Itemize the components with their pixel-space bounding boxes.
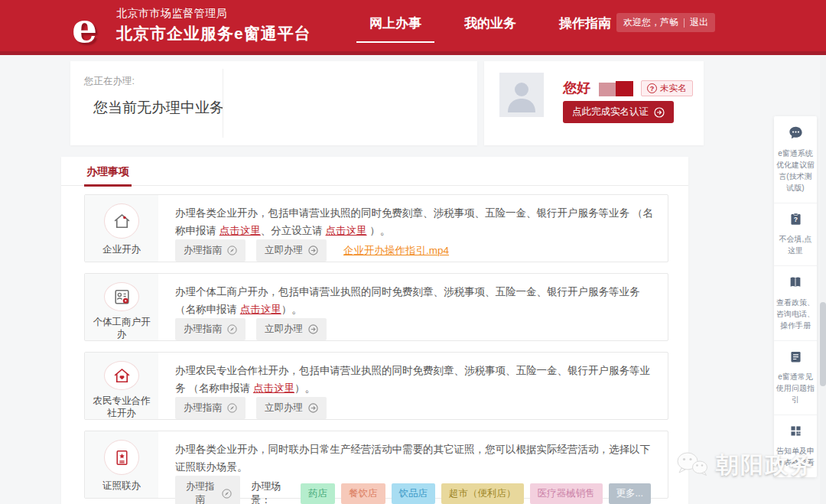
- compass-circle-icon: [227, 324, 237, 334]
- tab-service-items[interactable]: 办理事项: [84, 157, 132, 187]
- scene-label: 办理场景：: [251, 480, 296, 504]
- sidebar-item[interactable]: 查看政策、咨询电话、操作手册: [774, 266, 817, 341]
- redacted-name-block: [616, 81, 633, 96]
- idcard-gear-icon: [104, 282, 139, 311]
- service-actions: 办理指南立即办理: [175, 397, 657, 419]
- guide-button[interactable]: 办理指南: [175, 397, 246, 419]
- service-icon-panel: 企业开办: [85, 195, 158, 262]
- page-scrollbar-track[interactable]: [820, 55, 826, 504]
- org-name: 北京市市场监督管理局: [116, 7, 311, 21]
- service-description: 办理农民专业合作社开办，包括申请营业执照的同时免费刻章、涉税事项、五险一金、银行…: [175, 362, 657, 397]
- service-actions: 办理指南立即办理企业开办操作指引.mp4: [175, 239, 657, 262]
- welcome-badge: 欢迎您，芦畅 退出: [616, 13, 715, 32]
- guide-button[interactable]: 办理指南: [175, 318, 246, 340]
- sidebar-item-label: 查看政策、咨询电话、操作手册: [776, 297, 815, 331]
- progress-card: 您正在办理: 您当前无办理中业务: [70, 61, 477, 145]
- sidebar-item[interactable]: ?不会填,点这里: [774, 203, 817, 266]
- service-actions: 办理指南办理场景：药店餐饮店饮品店超市（便利店）医疗器械销售更多...: [175, 476, 657, 504]
- description-text: 办理农民专业合作社开办，包括申请营业执照的同时免费刻章、涉税事项、五险一金、银行…: [175, 365, 650, 394]
- button-label: 办理指南: [184, 480, 216, 504]
- service-title: 个体工商户开办: [85, 316, 158, 340]
- welcome-text: 欢迎您，芦畅: [623, 16, 678, 29]
- verify-identity-button[interactable]: 点此完成实名认证: [563, 101, 674, 123]
- scene-tag[interactable]: 药店: [301, 483, 335, 504]
- service-icon-panel: 个体工商户开办: [85, 274, 158, 340]
- scene-tag[interactable]: 餐饮店: [341, 483, 385, 504]
- chat-bubble-icon: [788, 130, 804, 143]
- service-row: 农民专业合作社开办办理农民专业合作社开办，包括申请营业执照的同时免费刻章、涉税事…: [84, 352, 668, 420]
- apply-now-button[interactable]: 立即办理: [256, 318, 327, 340]
- arrow-circle-icon: [308, 324, 318, 334]
- tabbar: 办理事项: [61, 157, 688, 186]
- scene-tag[interactable]: 饮品店: [392, 483, 436, 504]
- sidebar-item[interactable]: 告知单及申请表格查看: [774, 415, 817, 477]
- svg-text:?: ?: [793, 216, 797, 223]
- book-icon: [788, 279, 803, 292]
- badge-divider: [684, 18, 685, 28]
- redacted-name-block: [599, 83, 616, 96]
- description-text: ）。: [367, 225, 391, 236]
- service-description: 办理各类企业开办，同时联办日常生产经营活动中需要的其它证照，您可以根据实际经营活…: [175, 441, 657, 476]
- service-icon-panel: 证照联办: [85, 431, 158, 498]
- header-titles: 北京市市场监督管理局 北京市企业服务e窗通平台: [116, 7, 311, 44]
- click-here-link[interactable]: 点击这里: [240, 304, 281, 315]
- click-here-link[interactable]: 点击这里: [326, 225, 367, 236]
- description-text: ）。: [294, 382, 315, 394]
- nav-tab[interactable]: 网上办事: [353, 0, 437, 51]
- button-label: 办理指南: [184, 323, 222, 336]
- sidebar-item-label: e窗通常见使用问题指引: [776, 371, 815, 405]
- apply-now-button[interactable]: 立即办理: [256, 239, 327, 262]
- arrow-circle-icon: [308, 403, 318, 413]
- apply-now-button[interactable]: 立即办理: [256, 397, 327, 419]
- service-content: 办理农民专业合作社开办，包括申请营业执照的同时免费刻章、涉税事项、五险一金、银行…: [158, 353, 668, 419]
- click-here-link[interactable]: 点击这里: [253, 382, 294, 394]
- page: e 北京市市场监督管理局 北京市企业服务e窗通平台 网上办事我的业务操作指南 欢…: [0, 0, 826, 504]
- nav-tab[interactable]: 操作指南: [543, 0, 627, 51]
- service-title: 农民专业合作社开办: [85, 395, 158, 419]
- faq-list-icon: [789, 353, 803, 366]
- description-text: 、分立设立请: [261, 225, 326, 236]
- guide-button[interactable]: 办理指南: [175, 476, 240, 504]
- button-label: 立即办理: [265, 402, 303, 415]
- greeting-text: 您好: [563, 79, 590, 97]
- house-heart-icon: [104, 361, 139, 390]
- service-title: 企业开办: [95, 243, 148, 255]
- progress-empty-message: 您当前无办理中业务: [93, 98, 224, 118]
- service-title: 证照联办: [95, 480, 148, 492]
- header: e 北京市市场监督管理局 北京市企业服务e窗通平台 网上办事我的业务操作指南 欢…: [0, 0, 826, 55]
- platform-logo-icon: e: [72, 5, 97, 51]
- scene-tag[interactable]: 医疗器械销售: [530, 483, 603, 504]
- description-text: ）。: [281, 304, 302, 315]
- sidebar-item-label: 告知单及申请表格查看: [776, 445, 815, 468]
- clipboard-question-icon: ?: [789, 216, 803, 229]
- scene-tag[interactable]: 超市（便利店）: [441, 483, 524, 504]
- sidebar-item[interactable]: e窗通系统优化建议留言(技术测试版): [774, 116, 817, 203]
- scene-tag[interactable]: 更多...: [609, 483, 651, 504]
- platform-title: 北京市企业服务e窗通平台: [116, 23, 311, 44]
- service-content: 办理个体工商户开办，包括申请营业执照的同时免费刻章、涉税事项、五险一金、银行开户…: [158, 274, 668, 340]
- floating-sidebar: e窗通系统优化建议留言(技术测试版)?不会填,点这里查看政策、咨询电话、操作手册…: [774, 116, 817, 477]
- sidebar-item[interactable]: e窗通常见使用问题指引: [774, 341, 817, 415]
- forms-grid-icon: [789, 428, 803, 441]
- company-house-icon: [104, 203, 139, 239]
- button-label: 立即办理: [265, 244, 303, 257]
- compass-circle-icon: [227, 245, 237, 255]
- user-card: 您好 ? 未实名 点此完成实名认证: [484, 61, 704, 145]
- guide-button[interactable]: 办理指南: [175, 239, 246, 262]
- button-label: 办理指南: [184, 244, 222, 257]
- logout-button[interactable]: 退出: [690, 16, 708, 29]
- service-content: 办理各类企业开办，同时联办日常生产经营活动中需要的其它证照，您可以根据实际经营活…: [158, 431, 668, 498]
- click-here-link[interactable]: 点击这里: [220, 225, 261, 236]
- unverified-label: 未实名: [660, 83, 687, 94]
- service-list: 企业开办办理各类企业开办，包括申请营业执照的同时免费刻章、涉税事项、五险一金、银…: [61, 186, 688, 499]
- card-divider: [223, 69, 223, 138]
- operation-guide-video-link[interactable]: 企业开办操作指引.mp4: [343, 244, 449, 258]
- compass-circle-icon: [227, 403, 237, 413]
- service-row: 个体工商户开办办理个体工商户开办，包括申请营业执照的同时免费刻章、涉税事项、五险…: [84, 273, 668, 341]
- description-text: 办理各类企业开办，同时联办日常生产经营活动中需要的其它证照，您可以根据实际经营活…: [175, 444, 650, 473]
- person-icon: [499, 73, 544, 117]
- license-star-icon: [104, 440, 139, 475]
- nav-tab[interactable]: 我的业务: [448, 0, 532, 51]
- question-circle-icon: ?: [647, 83, 657, 93]
- page-scrollbar-thumb[interactable]: [820, 302, 826, 386]
